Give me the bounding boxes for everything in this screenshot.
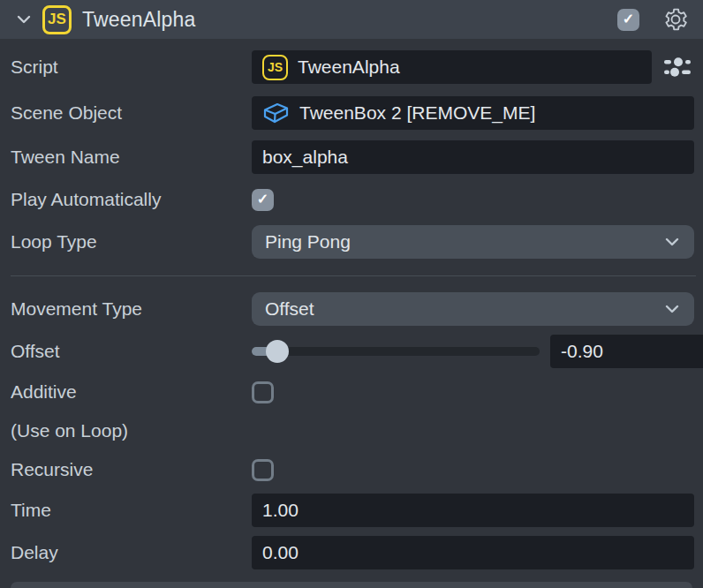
script-reference-value: TweenAlpha bbox=[298, 57, 400, 78]
field-label-delay: Delay bbox=[11, 542, 252, 563]
row-delay: Delay bbox=[0, 531, 703, 574]
chevron-down-icon bbox=[663, 233, 681, 251]
loop-type-selected-value: Ping Pong bbox=[265, 231, 351, 253]
field-label-use-on-loop: (Use on Loop) bbox=[11, 420, 252, 441]
field-label-offset: Offset bbox=[11, 341, 252, 362]
scene-object-value: TweenBox 2 [REMOVE_ME] bbox=[299, 102, 535, 124]
row-script: Script JS TweenAlpha bbox=[0, 44, 703, 90]
recursive-checkbox[interactable]: ✓ bbox=[252, 459, 274, 481]
offset-value-input[interactable] bbox=[550, 335, 703, 368]
row-time: Time bbox=[0, 489, 703, 531]
script-reference-field[interactable]: JS TweenAlpha bbox=[252, 50, 652, 84]
field-label-movement-type: Movement Type bbox=[11, 298, 252, 320]
delay-input[interactable] bbox=[252, 536, 694, 569]
row-tween-name: Tween Name bbox=[0, 136, 703, 178]
row-offset: Offset bbox=[0, 330, 703, 373]
movement-type-dropdown[interactable]: Offset bbox=[252, 292, 694, 326]
js-script-icon: JS bbox=[42, 5, 72, 34]
row-movement-type: Movement Type Offset bbox=[0, 288, 703, 330]
row-scene-object: Scene Object TweenBox 2 [REMOVE_ME] bbox=[0, 90, 703, 136]
field-label-recursive: Recursive bbox=[11, 459, 252, 480]
offset-slider[interactable] bbox=[252, 340, 540, 363]
scene-object-reference-field[interactable]: TweenBox 2 [REMOVE_ME] bbox=[252, 96, 694, 130]
chevron-down-icon[interactable] bbox=[14, 10, 34, 29]
row-use-on-loop: (Use on Loop) bbox=[0, 411, 703, 450]
loop-type-dropdown[interactable]: Ping Pong bbox=[252, 225, 694, 259]
slider-thumb[interactable] bbox=[266, 340, 289, 363]
field-label-additive: Additive bbox=[11, 381, 252, 403]
component-header: JS TweenAlpha ✓ bbox=[0, 0, 703, 39]
gear-icon[interactable] bbox=[662, 6, 689, 33]
component-enabled-checkbox[interactable]: ✓ bbox=[617, 9, 639, 31]
row-additive: Additive ✓ bbox=[0, 373, 703, 411]
additive-checkbox[interactable]: ✓ bbox=[252, 381, 274, 403]
check-icon: ✓ bbox=[257, 192, 268, 207]
field-label-script: Script bbox=[11, 57, 252, 78]
component-title: TweenAlpha bbox=[82, 8, 196, 32]
play-automatically-checkbox[interactable]: ✓ bbox=[252, 189, 274, 211]
section-divider bbox=[0, 263, 703, 288]
row-recursive: Recursive ✓ bbox=[0, 450, 703, 489]
row-loop-type: Loop Type Ping Pong bbox=[0, 221, 703, 263]
field-label-scene-object: Scene Object bbox=[11, 102, 252, 124]
next-component-header-edge[interactable] bbox=[11, 582, 692, 588]
js-script-icon: JS bbox=[262, 55, 288, 80]
slider-track[interactable] bbox=[252, 347, 540, 356]
tween-name-input[interactable] bbox=[252, 140, 694, 174]
cube-icon bbox=[262, 102, 290, 124]
chevron-down-icon bbox=[663, 300, 681, 318]
inspector-body: Script JS TweenAlpha Scene Object bbox=[0, 39, 703, 574]
field-label-loop-type: Loop Type bbox=[11, 231, 252, 253]
field-label-play-automatically: Play Automatically bbox=[11, 189, 252, 210]
time-input[interactable] bbox=[252, 494, 694, 527]
row-play-automatically: Play Automatically ✓ bbox=[0, 178, 703, 221]
field-label-time: Time bbox=[11, 500, 252, 521]
movement-type-selected-value: Offset bbox=[265, 298, 314, 320]
check-icon: ✓ bbox=[623, 12, 634, 26]
presets-sliders-icon[interactable] bbox=[663, 56, 692, 79]
field-label-tween-name: Tween Name bbox=[11, 147, 252, 168]
